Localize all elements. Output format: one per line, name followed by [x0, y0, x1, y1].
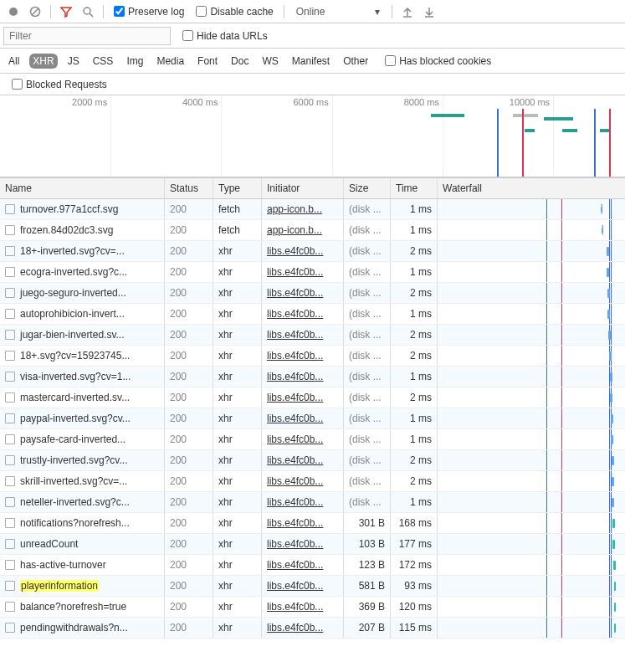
table-row[interactable]: juego-seguro-inverted...200xhrlibs.e4fc0…	[0, 283, 625, 304]
cell-status: 200	[165, 304, 213, 324]
cell-name: paysafe-card-inverted...	[0, 429, 165, 449]
table-row[interactable]: mastercard-inverted.sv...200xhrlibs.e4fc…	[0, 387, 625, 408]
type-media[interactable]: Media	[153, 54, 187, 69]
cell-waterfall	[438, 576, 625, 596]
cell-initiator[interactable]: libs.e4fc0b...	[262, 450, 344, 470]
cell-initiator[interactable]: libs.e4fc0b...	[262, 555, 344, 575]
table-row[interactable]: paysafe-card-inverted...200xhrlibs.e4fc0…	[0, 429, 625, 450]
cell-size: 301 B	[344, 513, 391, 533]
cell-type: xhr	[213, 262, 262, 282]
cell-initiator[interactable]: app-icon.b...	[262, 199, 344, 219]
filter-icon[interactable]	[56, 2, 76, 22]
row-checkbox-icon	[5, 267, 15, 277]
download-icon[interactable]	[419, 2, 439, 22]
table-row[interactable]: jugar-bien-inverted.sv...200xhrlibs.e4fc…	[0, 325, 625, 346]
cell-initiator[interactable]: libs.e4fc0b...	[262, 325, 344, 345]
cell-type: xhr	[213, 283, 262, 303]
table-row[interactable]: playerinformation200xhrlibs.e4fc0b...581…	[0, 576, 625, 597]
cell-time: 2 ms	[391, 283, 438, 303]
type-css[interactable]: CSS	[90, 54, 117, 69]
cell-initiator[interactable]: libs.e4fc0b...	[262, 471, 344, 491]
cell-initiator[interactable]: libs.e4fc0b...	[262, 367, 344, 387]
col-status[interactable]: Status	[165, 178, 213, 198]
row-checkbox-icon	[5, 560, 15, 570]
cell-name: turnover.977a1ccf.svg	[0, 199, 165, 219]
table-row[interactable]: skrill-inverted.svg?cv=...200xhrlibs.e4f…	[0, 471, 625, 492]
cell-initiator[interactable]: app-icon.b...	[262, 220, 344, 240]
table-row[interactable]: autoprohibicion-invert...200xhrlibs.e4fc…	[0, 304, 625, 325]
timeline-label: 6000 ms	[293, 97, 331, 107]
col-initiator[interactable]: Initiator	[262, 178, 344, 198]
type-img[interactable]: Img	[123, 54, 146, 69]
table-row[interactable]: balance?norefresh=true200xhrlibs.e4fc0b.…	[0, 597, 625, 618]
cell-initiator[interactable]: libs.e4fc0b...	[262, 283, 344, 303]
filter-bar: Hide data URLs	[0, 23, 625, 49]
cell-name: unreadCount	[0, 534, 165, 554]
col-size[interactable]: Size	[344, 178, 391, 198]
table-row[interactable]: 18+-inverted.svg?cv=...200xhrlibs.e4fc0b…	[0, 241, 625, 262]
cell-initiator[interactable]: libs.e4fc0b...	[262, 408, 344, 428]
cell-waterfall	[438, 450, 625, 470]
table-row[interactable]: turnover.977a1ccf.svg200fetchapp-icon.b.…	[0, 199, 625, 220]
cell-time: 1 ms	[391, 492, 438, 512]
clear-icon[interactable]	[25, 2, 45, 22]
cell-initiator[interactable]: libs.e4fc0b...	[262, 387, 344, 408]
type-xhr[interactable]: XHR	[29, 54, 57, 69]
cell-name: jugar-bien-inverted.sv...	[0, 325, 165, 345]
cell-size: (disk ...	[344, 304, 391, 324]
cell-initiator[interactable]: libs.e4fc0b...	[262, 429, 344, 449]
upload-icon[interactable]	[397, 2, 418, 22]
has-blocked-cookies-checkbox[interactable]: Has blocked cookies	[385, 55, 491, 67]
hide-data-urls-checkbox[interactable]: Hide data URLs	[182, 30, 268, 42]
table-header[interactable]: Name Status Type Initiator Size Time Wat…	[0, 177, 625, 199]
type-all[interactable]: All	[5, 54, 23, 69]
table-row[interactable]: has-active-turnover200xhrlibs.e4fc0b...1…	[0, 555, 625, 576]
cell-initiator[interactable]: libs.e4fc0b...	[262, 304, 344, 324]
cell-initiator[interactable]: libs.e4fc0b...	[262, 262, 344, 282]
table-row[interactable]: visa-inverted.svg?cv=1...200xhrlibs.e4fc…	[0, 367, 625, 387]
preserve-log-checkbox[interactable]: Preserve log	[114, 6, 184, 18]
cell-initiator[interactable]: libs.e4fc0b...	[262, 576, 344, 596]
row-checkbox-icon	[5, 309, 15, 319]
col-name[interactable]: Name	[0, 178, 165, 198]
col-type[interactable]: Type	[213, 178, 262, 198]
type-other[interactable]: Other	[340, 54, 371, 69]
cell-initiator[interactable]: libs.e4fc0b...	[262, 534, 344, 554]
cell-initiator[interactable]: libs.e4fc0b...	[262, 597, 344, 617]
type-js[interactable]: JS	[64, 54, 83, 69]
cell-name: visa-inverted.svg?cv=1...	[0, 367, 165, 387]
type-manifest[interactable]: Manifest	[289, 54, 333, 69]
cell-time: 2 ms	[391, 471, 438, 491]
table-row[interactable]: ecogra-inverted.svg?c...200xhrlibs.e4fc0…	[0, 262, 625, 283]
cell-name: 18+.svg?cv=15923745...	[0, 346, 165, 366]
filter-input[interactable]	[3, 27, 171, 45]
col-waterfall[interactable]: Waterfall	[438, 178, 625, 198]
cell-waterfall	[438, 387, 625, 408]
table-row[interactable]: notifications?norefresh...200xhrlibs.e4f…	[0, 513, 625, 534]
cell-initiator[interactable]: libs.e4fc0b...	[262, 492, 344, 512]
table-row[interactable]: neteller-inverted.svg?c...200xhrlibs.e4f…	[0, 492, 625, 513]
search-icon[interactable]	[78, 2, 98, 22]
type-ws[interactable]: WS	[259, 54, 281, 69]
cell-status: 200	[165, 220, 213, 240]
table-row[interactable]: trustly-inverted.svg?cv...200xhrlibs.e4f…	[0, 450, 625, 471]
table-row[interactable]: pendingwithdrawals?n...200xhrlibs.e4fc0b…	[0, 618, 625, 639]
cell-initiator[interactable]: libs.e4fc0b...	[262, 618, 344, 638]
separator	[284, 5, 284, 18]
col-time[interactable]: Time	[391, 178, 438, 198]
type-doc[interactable]: Doc	[228, 54, 252, 69]
cell-type: fetch	[213, 199, 262, 219]
timeline-overview[interactable]: 2000 ms 4000 ms 6000 ms 8000 ms 10000 ms	[0, 95, 625, 177]
cell-initiator[interactable]: libs.e4fc0b...	[262, 241, 344, 261]
table-row[interactable]: frozen.84d02dc3.svg200fetchapp-icon.b...…	[0, 220, 625, 241]
type-font[interactable]: Font	[194, 54, 221, 69]
cell-initiator[interactable]: libs.e4fc0b...	[262, 513, 344, 533]
blocked-requests-checkbox[interactable]: Blocked Requests	[12, 79, 107, 90]
table-row[interactable]: paypal-inverted.svg?cv...200xhrlibs.e4fc…	[0, 408, 625, 429]
throttling-select[interactable]: Online ▾	[289, 6, 387, 18]
record-icon[interactable]	[3, 2, 23, 22]
disable-cache-checkbox[interactable]: Disable cache	[196, 6, 273, 18]
table-row[interactable]: unreadCount200xhrlibs.e4fc0b...103 B177 …	[0, 534, 625, 555]
table-row[interactable]: 18+.svg?cv=15923745...200xhrlibs.e4fc0b.…	[0, 346, 625, 367]
cell-initiator[interactable]: libs.e4fc0b...	[262, 346, 344, 366]
